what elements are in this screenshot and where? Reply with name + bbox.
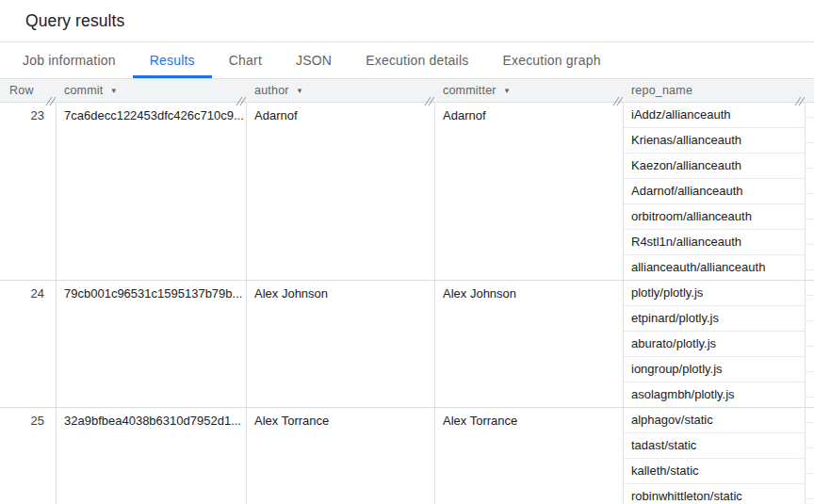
results-grid: Row commit ▾ author ▾ committer ▾ repo_n…	[0, 79, 814, 504]
column-header-row[interactable]: Row	[0, 79, 57, 102]
committer-cell: Alex Torrance	[435, 408, 624, 504]
tab-bar: Job information Results Chart JSON Execu…	[0, 42, 814, 79]
column-resize-handle-icon[interactable]	[794, 96, 805, 106]
repo-name-value: kalleth/static	[624, 459, 805, 484]
grid-header-filler	[806, 79, 814, 102]
repo-name-value: robinwhittleton/static	[624, 484, 805, 504]
tab-label: Chart	[229, 53, 262, 68]
column-header-label: commit	[64, 84, 103, 97]
repo-name-value: allianceauth/allianceauth	[624, 255, 805, 280]
active-tab-underline	[133, 75, 212, 78]
repo-name-value: tadast/static	[624, 433, 805, 459]
next-column-sliver	[806, 103, 814, 280]
author-value: Adarnof	[247, 103, 434, 128]
repo-name-value: orbitroom/allianceauth	[624, 204, 805, 230]
repo-name-value: iAddz/allianceauth	[624, 103, 805, 128]
tab-chart[interactable]: Chart	[212, 42, 279, 78]
author-cell: Alex Torrance	[247, 408, 435, 504]
tab-label: Job information	[23, 53, 116, 68]
row-number-cell: 24	[0, 281, 57, 407]
author-value: Alex Torrance	[247, 408, 434, 433]
column-menu-arrow-icon[interactable]: ▾	[505, 87, 510, 95]
column-header-label: committer	[443, 84, 497, 97]
tab-json[interactable]: JSON	[279, 42, 349, 78]
tab-label: JSON	[296, 53, 332, 68]
table-row: 23 7ca6decc122453dfc426c710c9... Adarnof…	[0, 103, 814, 281]
repo-name-value: etpinard/plotly.js	[624, 306, 805, 332]
column-header-label: repo_name	[631, 84, 692, 97]
committer-value: Alex Torrance	[435, 408, 623, 433]
table-row: 24 79cb001c96531c1595137b79b... Alex Joh…	[0, 281, 814, 408]
repo-name-value: aburato/plotly.js	[624, 332, 805, 357]
repo-name-value: alphagov/static	[624, 408, 805, 433]
grid-body: 23 7ca6decc122453dfc426c710c9... Adarnof…	[0, 103, 814, 504]
repo-name-cell: plotly/plotly.jsetpinard/plotly.jsaburat…	[624, 281, 806, 407]
column-header-committer[interactable]: committer ▾	[435, 79, 624, 102]
column-menu-arrow-icon[interactable]: ▾	[111, 87, 116, 95]
title-bar: Query results	[0, 0, 814, 42]
grid-header-row: Row commit ▾ author ▾ committer ▾ repo_n…	[0, 79, 814, 103]
commit-value: 79cb001c96531c1595137b79b...	[57, 281, 246, 306]
row-number-cell: 25	[0, 408, 57, 504]
column-menu-arrow-icon[interactable]: ▾	[298, 87, 302, 95]
repo-name-value: plotly/plotly.js	[624, 281, 805, 306]
repo-name-cell: alphagov/statictadast/statickalleth/stat…	[624, 408, 806, 504]
column-header-label: author	[254, 84, 289, 97]
column-resize-handle-icon[interactable]	[236, 96, 246, 106]
author-cell: Alex Johnson	[247, 281, 435, 407]
tab-job-information[interactable]: Job information	[6, 42, 133, 78]
column-resize-handle-icon[interactable]	[424, 96, 434, 106]
tab-label: Execution details	[366, 53, 468, 68]
column-header-commit[interactable]: commit ▾	[57, 79, 247, 102]
repo-name-cell: iAddz/allianceauthKrienas/allianceauthKa…	[624, 103, 806, 280]
committer-cell: Adarnof	[435, 103, 624, 280]
repo-name-value: asolagmbh/plotly.js	[624, 382, 805, 407]
next-column-sliver	[806, 281, 814, 407]
tab-execution-details[interactable]: Execution details	[349, 42, 485, 78]
commit-cell: 7ca6decc122453dfc426c710c9...	[57, 103, 247, 280]
table-row: 25 32a9bfbea4038b6310d7952d1... Alex Tor…	[0, 408, 814, 504]
repo-name-value: Krienas/allianceauth	[624, 128, 805, 154]
tab-results[interactable]: Results	[133, 42, 212, 78]
tab-label: Execution graph	[502, 53, 600, 68]
row-number: 25	[0, 408, 56, 433]
row-number: 24	[0, 281, 56, 306]
column-resize-handle-icon[interactable]	[45, 96, 56, 106]
column-header-author[interactable]: author ▾	[247, 79, 435, 102]
repo-name-value: Kaezon/allianceauth	[624, 154, 805, 179]
commit-cell: 79cb001c96531c1595137b79b...	[57, 281, 247, 407]
next-column-sliver	[806, 408, 814, 504]
row-number-cell: 23	[0, 103, 57, 280]
commit-value: 32a9bfbea4038b6310d7952d1...	[57, 408, 246, 433]
committer-value: Alex Johnson	[435, 281, 623, 306]
query-results-panel: Query results Job information Results Ch…	[0, 0, 814, 504]
author-cell: Adarnof	[247, 103, 435, 280]
commit-value: 7ca6decc122453dfc426c710c9...	[57, 103, 246, 128]
column-header-repo-name[interactable]: repo_name	[624, 79, 806, 102]
committer-cell: Alex Johnson	[435, 281, 624, 407]
tab-label: Results	[150, 53, 195, 68]
tab-execution-graph[interactable]: Execution graph	[485, 42, 617, 78]
page-title: Query results	[25, 11, 124, 31]
column-header-label: Row	[9, 84, 34, 97]
author-value: Alex Johnson	[247, 281, 434, 306]
repo-name-value: Adarnof/allianceauth	[624, 179, 805, 204]
commit-cell: 32a9bfbea4038b6310d7952d1...	[57, 408, 247, 504]
repo-name-value: iongroup/plotly.js	[624, 357, 805, 382]
committer-value: Adarnof	[435, 103, 623, 128]
repo-name-value: R4stl1n/allianceauth	[624, 230, 805, 255]
column-resize-handle-icon[interactable]	[612, 96, 623, 106]
row-number: 23	[0, 103, 56, 128]
